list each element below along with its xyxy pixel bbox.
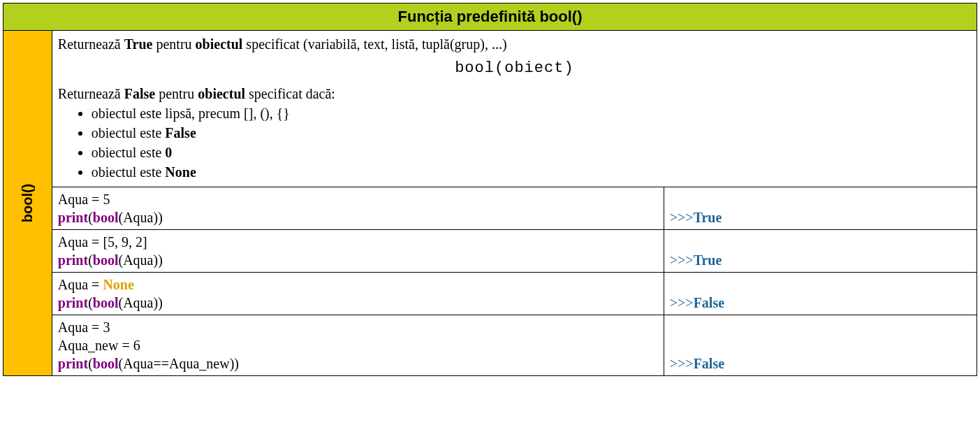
header-title: Funcția predefinită bool() bbox=[398, 8, 583, 25]
bullet-list: obiectul este lipsă, precum [], (), {} o… bbox=[92, 104, 971, 181]
bullet-item: obiectul este False bbox=[92, 124, 971, 142]
code-cell: Aqua = 3 Aqua_new = 6 print(bool(Aqua==A… bbox=[52, 315, 664, 375]
desc-line1: Returnează True pentru obiectul specific… bbox=[58, 35, 971, 53]
code-cell: Aqua = None print(bool(Aqua)) bbox=[52, 272, 664, 315]
syntax: bool(obiect) bbox=[58, 59, 971, 79]
sidebar-label-cell: bool() bbox=[3, 31, 52, 376]
table-header: Funcția predefinită bool() bbox=[3, 3, 977, 31]
bullet-item: obiectul este lipsă, precum [], (), {} bbox=[92, 104, 971, 122]
example-row: Aqua = None print(bool(Aqua)) >>>False bbox=[3, 272, 977, 315]
example-row: Aqua = 5 print(bool(Aqua)) >>>True bbox=[3, 187, 977, 229]
output-cell: >>>False bbox=[664, 315, 977, 375]
code-cell: Aqua = 5 print(bool(Aqua)) bbox=[52, 187, 664, 229]
bool-function-table: Funcția predefinită bool() bool() Return… bbox=[3, 3, 977, 376]
output-cell: >>>True bbox=[664, 187, 977, 229]
output-cell: >>>True bbox=[664, 229, 977, 272]
example-row: Aqua = 3 Aqua_new = 6 print(bool(Aqua==A… bbox=[3, 315, 977, 375]
example-row: Aqua = [5, 9, 2] print(bool(Aqua)) >>>Tr… bbox=[3, 229, 977, 272]
bullet-item: obiectul este None bbox=[92, 163, 971, 181]
sidebar-label: bool() bbox=[20, 184, 36, 223]
description-cell: Returnează True pentru obiectul specific… bbox=[52, 31, 977, 187]
output-cell: >>>False bbox=[664, 272, 977, 315]
code-cell: Aqua = [5, 9, 2] print(bool(Aqua)) bbox=[52, 229, 664, 272]
desc-line2: Returnează False pentru obiectul specifi… bbox=[58, 85, 971, 103]
bullet-item: obiectul este 0 bbox=[92, 143, 971, 161]
